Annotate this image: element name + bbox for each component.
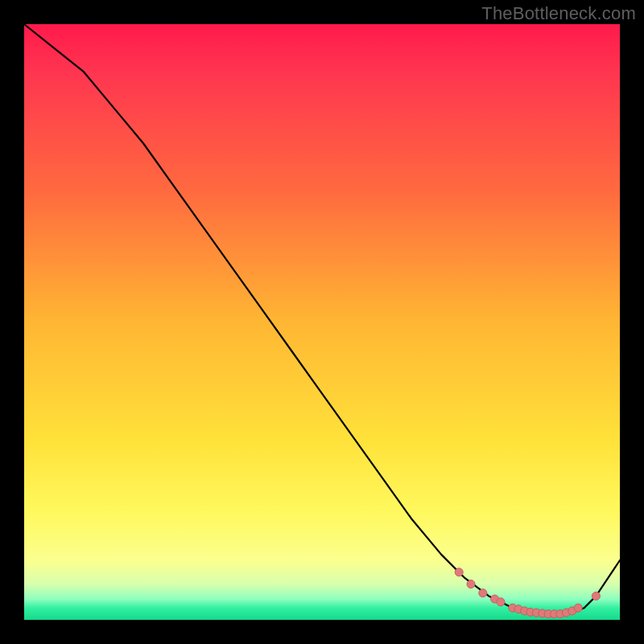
curve-markers xyxy=(455,568,600,618)
data-marker xyxy=(574,604,582,612)
watermark-text: TheBottleneck.com xyxy=(481,3,636,24)
data-marker xyxy=(592,592,600,600)
data-marker xyxy=(497,598,505,606)
plot-area xyxy=(24,24,620,620)
data-marker xyxy=(479,589,487,597)
data-marker xyxy=(455,568,463,576)
curve-layer xyxy=(24,24,620,620)
data-marker xyxy=(467,580,475,588)
bottleneck-curve xyxy=(24,24,620,614)
chart-frame: TheBottleneck.com xyxy=(0,0,644,644)
